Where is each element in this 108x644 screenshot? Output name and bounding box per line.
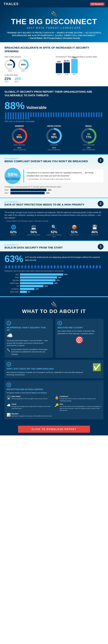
bar-2016-rect	[64, 62, 70, 73]
country-germany: GERMANY 🇩🇪 95% Most vulnerable 45% Very …	[4, 125, 34, 150]
breach-label: Had a data breach:	[4, 56, 52, 58]
sixty-three-text: of IT security professionals are deployi…	[25, 256, 104, 262]
action-title-1: RE-PRIORITIZE YOUR IT SECURITY TOOL SET	[7, 326, 51, 332]
action-card-3: 3 DON'T JUST CHECK OFF THE COMPLIANCE BO…	[4, 360, 104, 378]
country-brazil: BRAZIL 🇧🇷 77% Least vulnerable 19% Very …	[74, 125, 104, 150]
network-icon: 🌐	[11, 225, 16, 230]
plug-icon-todo: 🔌	[4, 302, 104, 308]
action-sub-bigdata: 📊 Big Data: Big Data: Encryption and acc…	[7, 413, 53, 417]
ent-bar-iot: IoT 31%	[4, 285, 104, 287]
brazil-circle: 🇧🇷 77%	[81, 128, 97, 144]
action-sub-sos: 🔑 SoS: Use secure device ID and authenti…	[55, 403, 101, 412]
increasing-label: Increasing IT Security spending to prote…	[56, 56, 104, 58]
vulnerable-label: Vulnerable	[26, 105, 47, 110]
last-year-2016: 21% 2016	[4, 77, 11, 83]
compliance-quote: "Compliance is a minimum table stake for…	[23, 170, 104, 182]
disconnect2-num: 2	[98, 201, 104, 206]
check-icon: ✅	[92, 363, 101, 372]
country-usa: UNITED STATES 🇺🇸 90% Vulnerable 29% Very…	[39, 125, 69, 150]
increasing-bar-chart: 54% 2015 58.5% 2016 73% 2017	[56, 59, 104, 76]
breaches-grid: Had a data breach: 61% 2016 6	[4, 56, 104, 83]
cloud-encrypt-icon: ☁️	[7, 403, 11, 407]
action-section: 1 RE-PRIORITIZE YOUR IT SECURITY TOOL SE…	[0, 317, 108, 423]
datacenter-icon: 🖥️	[7, 396, 11, 400]
disconnect1-num: 1	[98, 158, 104, 163]
download-section: CLICK TO DOWNLOAD REPORT	[0, 423, 108, 436]
compliance-bars: Compliance is the top priority for IT se…	[4, 186, 104, 194]
ent-bar-paas: PaaS 49%	[4, 276, 104, 278]
action-body-2: Get a better handle on the location of s…	[58, 330, 102, 335]
action-title-4: ENCRYPTION AND ACCESS CONTROL	[7, 388, 101, 391]
sixty-three-pct: 63%	[4, 254, 23, 264]
in-last-year-label: In the last year:	[4, 74, 52, 76]
breach-2016-year: 2016	[8, 70, 12, 72]
action-title-3: DON'T JUST CHECK OFF THE COMPLIANCE BOX	[7, 368, 91, 370]
action-num-2: 2	[58, 321, 62, 325]
action-card-2: 2 DISCOVER AND CLASSIFY Get a better han…	[55, 319, 104, 358]
breach-2017-pie: 68%	[18, 59, 29, 70]
data-rest-icon: 💾	[92, 225, 97, 230]
disconnect3-header: DISCONNECT BUILD IN DATA SECURITY FROM T…	[0, 240, 108, 252]
action-num-1: 1	[7, 321, 11, 325]
action-grid-top: 1 RE-PRIORITIZE YOUR IT SECURITY TOOL SE…	[4, 319, 104, 358]
action-1-item: 🔧 Service-based solutions and platforms …	[7, 348, 51, 356]
last-year-row: 21% 2016 26% 2017	[4, 77, 52, 83]
breach-left: Had a data breach: 61% 2016 6	[4, 56, 52, 83]
ent-bar-containers: Containers 19%	[4, 288, 104, 290]
compliance-section: 59% Believe compliance will prevent data…	[0, 165, 108, 198]
bar-2017-rect	[71, 59, 78, 73]
action-title-2: DISCOVER AND CLASSIFY	[58, 326, 102, 329]
vulnerable-pct: 88%	[4, 100, 25, 112]
enterprise-bars: Enterprise use of sensitive data within …	[4, 270, 104, 293]
target-icon: 🎯	[58, 336, 102, 344]
key-icon: 🔑	[55, 403, 59, 407]
plug-icon: 🔌	[5, 11, 103, 17]
hero-quote: "SPENDING ON IT SECURITY TO PROTECT DATA…	[5, 32, 103, 40]
action-num-4: 4	[7, 383, 11, 387]
action-sub-cloud: ☁️ Cloud: Encrypt and manage keys locall…	[7, 403, 53, 412]
endpoint-icon: 💻	[31, 225, 36, 230]
bar-2015-rect	[56, 63, 62, 73]
people-icons: 👤👤👤👤👤👤👤👤👤👤👤👤👤👤👤👤👤👤👤👤👤👤👤👤👤👤👤👤👤👤👤👤👤👤👤👤👤👤👤👤…	[4, 112, 104, 119]
stat-network: 🌐 62% Network	[4, 225, 22, 238]
ent-bar-mobile: Mobile Apps 44%	[4, 282, 104, 284]
sixty-three-row: 63% of IT security professionals are dep…	[4, 254, 104, 264]
last-year-2017: 26% 2017	[14, 77, 21, 83]
ent-bar-iaas: IaaS 57%	[4, 274, 104, 276]
ent-bar-blockchain: Block Chain 9%	[4, 291, 104, 293]
action-4-subitems: 🖥️ Data center: File and application lev…	[7, 396, 101, 417]
data-rest-section: "It's no longer enough to just secure ou…	[0, 208, 108, 240]
ent-bar-bigdata: Big Data 47%	[4, 279, 104, 281]
hero-subtitle: 2017 DATA THREAT LANDSCAPE	[5, 26, 103, 29]
vulnerable-title: GLOBAL IT SECURITY PROS REPORT THEIR ORG…	[4, 90, 104, 97]
what-todo-title: WHAT TO DO ABOUT IT	[4, 308, 104, 314]
container-icon: 🔒	[55, 396, 59, 400]
countries-row: GERMANY 🇩🇪 95% Most vulnerable 45% Very …	[4, 125, 104, 150]
research-badge: 451 Research	[90, 2, 105, 6]
breach-2017-stat: 68% 2017	[18, 59, 29, 72]
action-num-3: 3	[7, 362, 11, 366]
comp-bar-2017: 2017 44%	[4, 192, 104, 194]
breach-2016-pie: 61%	[4, 59, 15, 70]
action-card-1: 1 RE-PRIORITIZE YOUR IT SECURITY TOOL SE…	[4, 319, 53, 358]
stat-analysis: 🔍 52% Analysis and correlation tools	[45, 225, 63, 238]
vulnerable-sub: 30% Very or Extremely Vulnerable	[4, 120, 104, 122]
analysis-icon: 🔍	[51, 225, 57, 230]
bar-2015: 54% 2015	[56, 61, 62, 76]
data-motion-icon: 📦	[72, 225, 77, 230]
vulnerable-section: GLOBAL IT SECURITY PROS REPORT THEIR ORG…	[0, 86, 108, 154]
germany-circle: 🇩🇪 95%	[11, 128, 27, 144]
disconnect3-num: 3	[98, 244, 104, 250]
breach-2016-stat: 61% 2016	[4, 59, 15, 72]
stat-data-motion: 📦 51% Data in motion	[65, 225, 83, 238]
download-button[interactable]: CLICK TO DOWNLOAD REPORT	[18, 426, 90, 433]
action-body-3: Move beyond compliance to greater use of…	[7, 371, 91, 376]
breach-pie-row: 61% 2016 68% 2017	[4, 59, 52, 72]
breach-right: Increasing IT Security spending to prote…	[56, 56, 104, 83]
action-sub-datacenter: 🖥️ Data center: File and application lev…	[7, 396, 53, 402]
hero-title: THE BIG DISCONNECT	[5, 18, 103, 26]
circle-59: 59% Believe compliance will prevent data…	[4, 168, 21, 184]
what-todo-header: 🔌 WHAT TO DO ABOUT IT	[0, 296, 108, 317]
people-row-63: 👤👤👤👤👤👤👤👤👤👤👤👤👤👤👤👤👤👤👤👤👤👤👤👤👤👤👤👤👤👤	[4, 265, 104, 268]
action-card-4: 4 ENCRYPTION AND ACCESS CONTROL Encrypti…	[4, 380, 104, 419]
